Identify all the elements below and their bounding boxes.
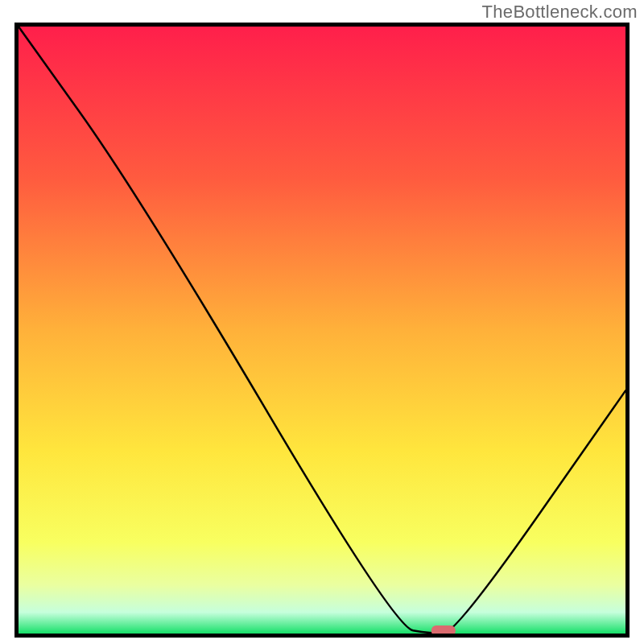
chart-frame: [14, 23, 630, 638]
watermark-text: TheBottleneck.com: [482, 2, 638, 23]
gradient-background: [19, 27, 625, 634]
optimal-marker: [431, 625, 456, 634]
chart-svg: [19, 27, 625, 634]
